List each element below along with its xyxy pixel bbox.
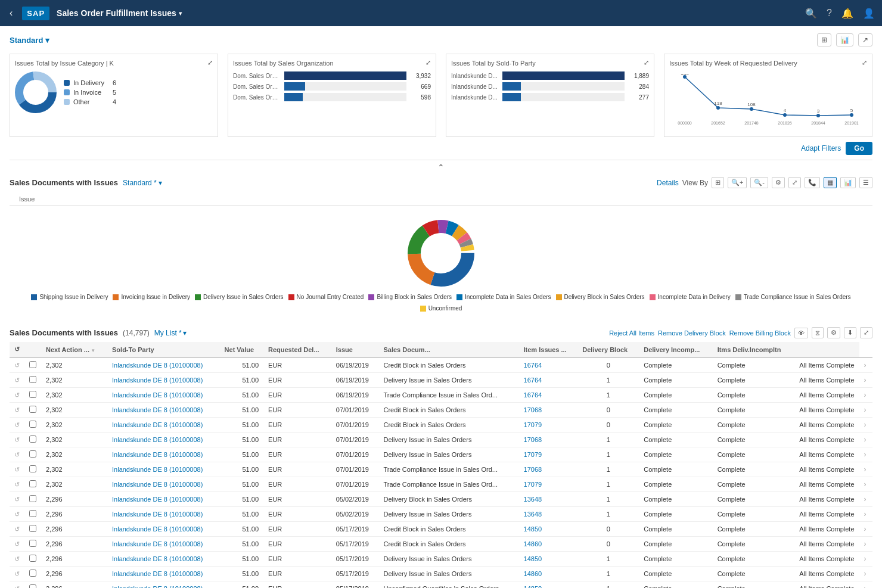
cell-checkbox-5[interactable] [24,433,41,447]
chart2-expand-icon[interactable]: ⤢ [426,59,431,67]
cell-undo-11[interactable]: ↺ [10,522,24,537]
standard-filter-dropdown[interactable]: Standard ▾ [10,36,49,45]
cell-sold-to-7[interactable]: Inlandskunde DE 8 (10100008) [107,462,220,477]
cell-sold-to-6[interactable]: Inlandskunde DE 8 (10100008) [107,447,220,462]
cell-undo-13[interactable]: ↺ [10,552,24,567]
go-button[interactable]: Go [846,142,872,155]
cell-nav-arrow-11[interactable]: › [859,522,873,537]
details-link[interactable]: Details [657,179,679,187]
table-view-visible-icon[interactable]: 👁 [794,328,808,338]
cell-undo-15[interactable]: ↺ [10,581,24,589]
cell-checkbox-6[interactable] [24,447,41,462]
adapt-filters-link[interactable]: Adapt Filters [801,144,841,153]
cell-undo-1[interactable]: ↺ [10,373,24,388]
cell-sold-to-12[interactable]: Inlandskunde DE 8 (10100008) [107,537,220,552]
cell-nav-arrow-8[interactable]: › [859,477,873,492]
cell-nav-arrow-2[interactable]: › [859,388,873,403]
cell-undo-3[interactable]: ↺ [10,403,24,418]
cell-undo-8[interactable]: ↺ [10,477,24,492]
view-zoom-out-icon[interactable]: 🔍- [750,177,768,188]
view-phone-icon[interactable]: 📞 [805,177,820,188]
share-icon[interactable]: ↗ [858,33,872,46]
cell-sold-to-10[interactable]: Inlandskunde DE 8 (10100008) [107,507,220,522]
table-view-icon[interactable]: ⊞ [817,33,831,46]
cell-nav-arrow-1[interactable]: › [859,373,873,388]
cell-undo-10[interactable]: ↺ [10,507,24,522]
cell-nav-arrow-6[interactable]: › [859,447,873,462]
cell-undo-2[interactable]: ↺ [10,388,24,403]
chart4-expand-icon[interactable]: ⤢ [862,59,867,67]
table-filter-icon[interactable]: ⧖ [812,327,824,338]
cell-sales-doc-15[interactable]: 14850 [519,581,578,589]
cell-sales-doc-9[interactable]: 13648 [519,492,578,507]
cell-undo-9[interactable]: ↺ [10,492,24,507]
cell-nav-arrow-12[interactable]: › [859,537,873,552]
cell-sold-to-13[interactable]: Inlandskunde DE 8 (10100008) [107,552,220,567]
view-bar-icon[interactable]: ▦ [824,177,837,188]
view-zoom-in-icon[interactable]: 🔍+ [728,177,747,188]
view-fullscreen-icon[interactable]: ⤢ [788,177,801,188]
cell-nav-arrow-14[interactable]: › [859,567,873,581]
cell-nav-arrow-3[interactable]: › [859,403,873,418]
cell-nav-arrow-7[interactable]: › [859,462,873,477]
cell-nav-arrow-13[interactable]: › [859,552,873,567]
cell-checkbox-0[interactable] [24,357,41,373]
cell-checkbox-9[interactable] [24,492,41,507]
cell-sales-doc-14[interactable]: 14860 [519,567,578,581]
view-grid-icon[interactable]: ⊞ [712,177,724,188]
cell-sales-doc-7[interactable]: 17068 [519,462,578,477]
cell-sales-doc-3[interactable]: 17068 [519,403,578,418]
cell-undo-5[interactable]: ↺ [10,433,24,447]
my-list-dropdown[interactable]: My List * ▾ [154,329,187,337]
cell-undo-0[interactable]: ↺ [10,357,24,373]
cell-sold-to-15[interactable]: Inlandskunde DE 8 (10100008) [107,581,220,589]
view-settings-icon[interactable]: ⚙ [772,177,785,188]
table-fullscreen-icon[interactable]: ⤢ [860,327,872,338]
cell-checkbox-2[interactable] [24,388,41,403]
view-chart2-icon[interactable]: 📊 [840,177,856,188]
cell-sales-doc-5[interactable]: 17068 [519,433,578,447]
cell-checkbox-12[interactable] [24,537,41,552]
cell-sold-to-2[interactable]: Inlandskunde DE 8 (10100008) [107,388,220,403]
cell-checkbox-15[interactable] [24,581,41,589]
cell-sales-doc-13[interactable]: 14850 [519,552,578,567]
cell-sold-to-9[interactable]: Inlandskunde DE 8 (10100008) [107,492,220,507]
cell-sales-doc-11[interactable]: 14850 [519,522,578,537]
cell-sold-to-1[interactable]: Inlandskunde DE 8 (10100008) [107,373,220,388]
cell-undo-4[interactable]: ↺ [10,418,24,433]
cell-nav-arrow-15[interactable]: › [859,581,873,589]
chart-view-icon[interactable]: 📊 [836,33,853,46]
cell-sales-doc-12[interactable]: 14860 [519,537,578,552]
cell-undo-7[interactable]: ↺ [10,462,24,477]
view-table-icon[interactable]: ☰ [859,177,872,188]
cell-nav-arrow-0[interactable]: › [859,357,873,373]
cell-nav-arrow-10[interactable]: › [859,507,873,522]
cell-checkbox-3[interactable] [24,403,41,418]
cell-sales-doc-6[interactable]: 17079 [519,447,578,462]
cell-checkbox-8[interactable] [24,477,41,492]
cell-checkbox-7[interactable] [24,462,41,477]
help-icon[interactable]: ? [827,8,832,18]
cell-sales-doc-0[interactable]: 16764 [519,357,578,373]
cell-checkbox-1[interactable] [24,373,41,388]
cell-sold-to-14[interactable]: Inlandskunde DE 8 (10100008) [107,567,220,581]
cell-checkbox-11[interactable] [24,522,41,537]
cell-checkbox-14[interactable] [24,567,41,581]
cell-undo-6[interactable]: ↺ [10,447,24,462]
cell-sales-doc-10[interactable]: 13648 [519,507,578,522]
donut-view-filter[interactable]: Standard * ▾ [123,179,162,187]
notification-icon[interactable]: 🔔 [841,8,853,19]
cell-sold-to-11[interactable]: Inlandskunde DE 8 (10100008) [107,522,220,537]
cell-sales-doc-1[interactable]: 16764 [519,373,578,388]
cell-nav-arrow-4[interactable]: › [859,418,873,433]
reject-all-link[interactable]: Reject All Items [609,329,654,337]
cell-checkbox-4[interactable] [24,418,41,433]
cell-sales-doc-2[interactable]: 16764 [519,388,578,403]
cell-sales-doc-8[interactable]: 17079 [519,477,578,492]
cell-nav-arrow-5[interactable]: › [859,433,873,447]
cell-sales-doc-4[interactable]: 17079 [519,418,578,433]
title-dropdown-icon[interactable]: ▾ [179,10,182,17]
cell-sold-to-3[interactable]: Inlandskunde DE 8 (10100008) [107,403,220,418]
th-next-action[interactable]: Next Action ... [41,342,107,357]
table-settings-icon[interactable]: ⚙ [827,327,840,338]
